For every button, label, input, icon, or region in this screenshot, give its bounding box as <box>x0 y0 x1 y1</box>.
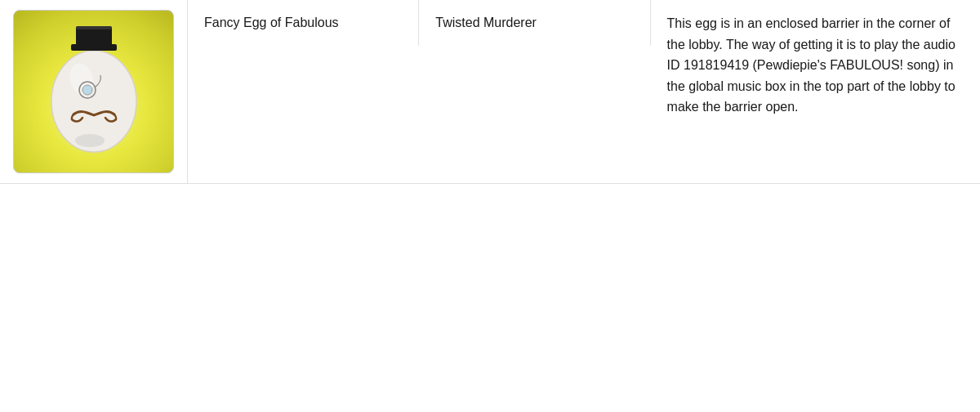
svg-point-6 <box>82 85 92 95</box>
game-name: Twisted Murderer <box>435 16 537 29</box>
egg-name: Fancy Egg of Fabulous <box>204 16 339 29</box>
egg-name-cell: Fancy Egg of Fabulous <box>188 0 419 46</box>
svg-point-7 <box>75 134 105 147</box>
egg-illustration <box>20 18 167 165</box>
egg-table: Fancy Egg of Fabulous Twisted Murderer T… <box>0 0 980 184</box>
table-row: Fancy Egg of Fabulous Twisted Murderer T… <box>0 0 980 184</box>
game-name-cell: Twisted Murderer <box>419 0 650 46</box>
svg-rect-4 <box>76 26 112 29</box>
egg-image-cell <box>0 0 188 183</box>
description-cell: This egg is in an enclosed barrier in th… <box>651 0 980 131</box>
egg-image <box>13 10 174 173</box>
description-text: This egg is in an enclosed barrier in th… <box>667 16 956 114</box>
